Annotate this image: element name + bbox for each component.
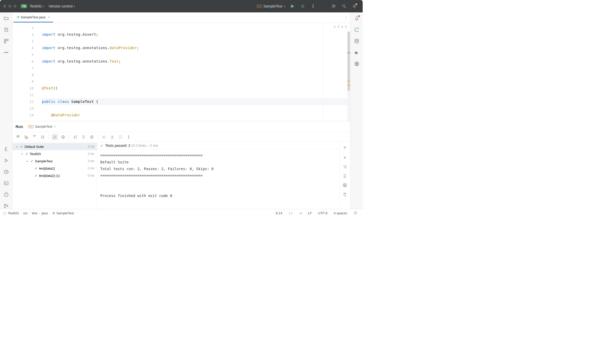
- line-number[interactable]: 1: [12, 24, 41, 31]
- close-tab-icon[interactable]: ×: [48, 15, 50, 19]
- line-number[interactable]: 4: [12, 44, 41, 51]
- breadcrumb-item[interactable]: src: [23, 211, 28, 215]
- editor-scrollbar[interactable]: [347, 32, 350, 121]
- show-ignored-toggle[interactable]: [60, 134, 66, 140]
- debug-button[interactable]: [300, 3, 306, 9]
- services-tool-icon[interactable]: [3, 169, 9, 175]
- expand-all-button[interactable]: [81, 134, 86, 140]
- line-number[interactable]: 13: [12, 105, 41, 112]
- prev-highlight-icon[interactable]: ∧: [341, 25, 343, 28]
- toggle-auto-test-button[interactable]: [32, 134, 37, 140]
- close-tab-icon[interactable]: ×: [54, 125, 56, 128]
- file-tab[interactable]: ◔ SampleTest.java ×: [13, 12, 53, 22]
- test-history-button[interactable]: [89, 134, 95, 140]
- tab-icon[interactable]: ⇥: [297, 211, 304, 215]
- chevron-down-icon: ▾: [74, 5, 75, 8]
- search-everywhere-icon[interactable]: [341, 3, 347, 9]
- inspections-widget[interactable]: ⚠ 2 ∧ ∨: [333, 25, 347, 28]
- print-icon[interactable]: [343, 183, 348, 188]
- tree-node-suite[interactable]: ▾ ✓ Default Suite 2 ms: [12, 143, 97, 150]
- tree-node-test[interactable]: ✓ test[data1] 2 ms: [12, 165, 97, 172]
- breadcrumb-item[interactable]: java: [42, 211, 48, 215]
- tree-node-class[interactable]: ▾ ✓ SampleTest 2 ms: [12, 157, 97, 165]
- coverage-tool-icon[interactable]: [354, 61, 360, 67]
- scroll-thumb[interactable]: [348, 32, 350, 91]
- line-separator[interactable]: LF: [306, 211, 314, 215]
- more-tools-icon[interactable]: [3, 50, 9, 55]
- rerun-button[interactable]: [15, 134, 21, 140]
- file-encoding[interactable]: UTF-8: [316, 211, 330, 215]
- run-configuration-selector[interactable]: NG SampleTest ▾: [257, 4, 285, 8]
- breadcrumb-item[interactable]: TestNG: [8, 211, 19, 215]
- line-number[interactable]: 2: [12, 31, 41, 38]
- tree-node-test[interactable]: ✓ test[data2] (1) 0 ms: [12, 172, 97, 179]
- maven-tool-icon[interactable]: m: [354, 50, 360, 55]
- sort-button[interactable]: [72, 134, 78, 140]
- more-actions-icon[interactable]: [310, 3, 316, 9]
- scroll-to-end-icon[interactable]: [343, 173, 348, 179]
- export-tests-button[interactable]: [118, 134, 123, 140]
- indent-setting[interactable]: 4 spaces: [332, 211, 349, 215]
- notifications-icon[interactable]: [354, 16, 360, 21]
- show-passed-toggle[interactable]: [52, 134, 58, 140]
- rerun-failed-button[interactable]: [23, 134, 29, 140]
- project-tool-icon[interactable]: [3, 16, 9, 21]
- database-tool-icon[interactable]: [354, 38, 360, 44]
- bookmarks-tool-icon[interactable]: [3, 27, 9, 33]
- caret-position[interactable]: 6:14: [274, 211, 284, 215]
- run-tool-icon[interactable]: [3, 158, 9, 163]
- soft-wrap-icon[interactable]: [343, 164, 348, 169]
- line-number[interactable]: 12: [12, 98, 41, 105]
- terminal-tool-icon[interactable]: [3, 180, 9, 186]
- run-toolbar-more-icon[interactable]: [126, 134, 132, 140]
- settings-icon[interactable]: [351, 3, 358, 9]
- clear-all-icon[interactable]: [343, 192, 348, 197]
- close-window-icon[interactable]: [3, 5, 6, 8]
- vcs-tool-icon[interactable]: [3, 203, 9, 209]
- code-text: ;: [119, 59, 121, 63]
- scroll-up-icon[interactable]: [343, 146, 348, 151]
- console-output[interactable]: ========================================…: [97, 149, 339, 209]
- run-config-label: SampleTest: [263, 4, 282, 8]
- minimize-window-icon[interactable]: [8, 5, 11, 8]
- scroll-marker: [347, 52, 350, 53]
- line-number[interactable]: 10: [12, 85, 41, 92]
- line-number[interactable]: 11: [12, 92, 41, 98]
- readonly-toggle-icon[interactable]: [351, 211, 360, 216]
- scroll-down-icon[interactable]: [343, 155, 348, 160]
- structure-tool-icon[interactable]: [3, 38, 9, 44]
- code-area[interactable]: import org.testng.Assert; import org.tes…: [41, 23, 350, 121]
- type-hierarchy-tool-icon[interactable]: [3, 146, 9, 152]
- line-number[interactable]: 3: [12, 38, 41, 44]
- run-config-tab[interactable]: NG SampleTest ×: [26, 124, 58, 130]
- next-highlight-icon[interactable]: ∨: [345, 25, 347, 28]
- line-number[interactable]: 8: [12, 71, 41, 78]
- problems-tool-icon[interactable]: [3, 192, 9, 198]
- line-number[interactable]: 6: [12, 58, 41, 65]
- breadcrumb-item[interactable]: test: [32, 211, 37, 215]
- breadcrumb-item[interactable]: SampleTest: [56, 211, 74, 215]
- run-config-tab-label: SampleTest: [35, 125, 52, 128]
- annotation: @Test: [42, 86, 53, 90]
- power-save-icon[interactable]: [286, 211, 295, 215]
- tree-node-group[interactable]: ▾ ✓ TestNG 2 ms: [12, 150, 97, 157]
- ai-assistant-icon[interactable]: [354, 27, 360, 33]
- editor-tabs-more-icon[interactable]: ⋮: [342, 16, 350, 19]
- line-number[interactable]: 5: [12, 51, 41, 58]
- line-number[interactable]: 7: [12, 65, 41, 71]
- stop-button[interactable]: [40, 134, 45, 140]
- import-tests-button[interactable]: [109, 134, 115, 140]
- project-selector[interactable]: TN TestNG ▾: [21, 4, 44, 8]
- zoom-window-icon[interactable]: [13, 5, 17, 8]
- svg-rect-36: [354, 213, 356, 214]
- chevron-down-icon[interactable]: ▾: [25, 160, 29, 163]
- vcs-menu[interactable]: Version control ▾: [49, 4, 75, 8]
- screenshot-button[interactable]: [101, 134, 107, 140]
- chevron-down-icon[interactable]: ▾: [20, 153, 24, 155]
- chevron-down-icon: ▾: [43, 5, 44, 8]
- line-number[interactable]: 14: [12, 112, 41, 118]
- run-button[interactable]: [289, 3, 295, 9]
- code-with-me-icon[interactable]: [331, 3, 337, 9]
- chevron-down-icon[interactable]: ▾: [15, 145, 19, 148]
- line-number[interactable]: 9: [12, 78, 41, 85]
